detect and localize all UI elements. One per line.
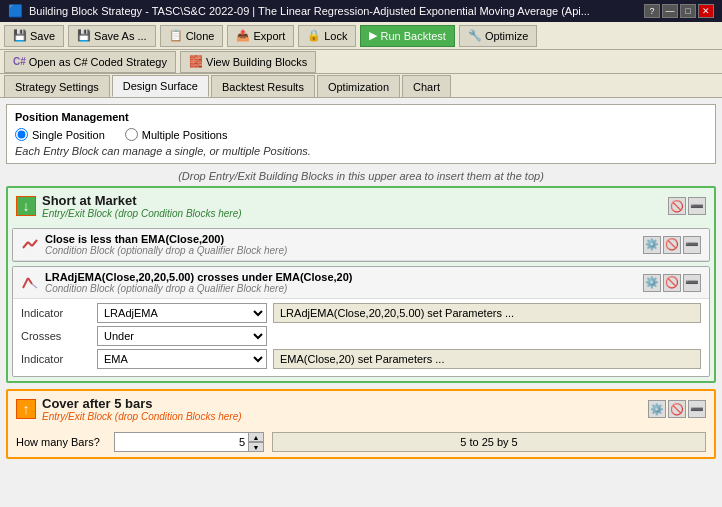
- param-row-crosses: Crosses Under: [21, 326, 701, 346]
- save-as-button[interactable]: 💾 Save As ...: [68, 25, 156, 47]
- short-block-no-btn[interactable]: 🚫: [668, 197, 686, 215]
- view-blocks-button[interactable]: 🧱 View Building Blocks: [180, 51, 316, 73]
- cover-block-minus-btn[interactable]: ➖: [688, 400, 706, 418]
- svg-line-0: [23, 242, 28, 248]
- spinbox-arrows: ▲ ▼: [248, 432, 264, 452]
- tab-strategy-settings[interactable]: Strategy Settings: [4, 75, 110, 97]
- condition-2-icon: [21, 274, 39, 292]
- tabs-bar: Strategy Settings Design Surface Backtes…: [0, 74, 722, 98]
- condition-block-1: Close is less than EMA(Close,200) Condit…: [12, 228, 710, 262]
- export-button[interactable]: 📤 Export: [227, 25, 294, 47]
- clone-button[interactable]: 📋 Clone: [160, 25, 224, 47]
- optimize-button[interactable]: 🔧 Optimize: [459, 25, 537, 47]
- position-radio-group: Single Position Multiple Positions: [15, 128, 707, 141]
- condition-1-icon: [21, 236, 39, 254]
- minimize-btn[interactable]: —: [662, 4, 678, 18]
- secondary-toolbar: C# Open as C# Coded Strategy 🧱 View Buil…: [0, 50, 722, 74]
- condition-2-sub: Condition Block (optionally drop a Quali…: [45, 283, 352, 294]
- condition-1-gear-btn[interactable]: ⚙️: [643, 236, 661, 254]
- condition-1-title: Close is less than EMA(Close,200) Condit…: [21, 233, 287, 256]
- indicator-2-label: Indicator: [21, 353, 91, 365]
- run-icon: ▶: [369, 29, 377, 42]
- condition-2-minus-btn[interactable]: ➖: [683, 274, 701, 292]
- cover-block-title: ↑ Cover after 5 bars Entry/Exit Block (d…: [16, 396, 242, 422]
- range-button[interactable]: 5 to 25 by 5: [272, 432, 706, 452]
- condition-2-no-btn[interactable]: 🚫: [663, 274, 681, 292]
- cover-block-sub: Entry/Exit Block (drop Condition Blocks …: [42, 411, 242, 422]
- single-position-radio[interactable]: Single Position: [15, 128, 105, 141]
- tab-design-surface[interactable]: Design Surface: [112, 75, 209, 97]
- condition-1-sub: Condition Block (optionally drop a Quali…: [45, 245, 287, 256]
- bars-input[interactable]: [114, 432, 264, 452]
- short-block-sub: Entry/Exit Block (drop Condition Blocks …: [42, 208, 242, 219]
- indicator-1-select[interactable]: LRAdjEMA: [97, 303, 267, 323]
- saveas-icon: 💾: [77, 29, 91, 42]
- clone-icon: 📋: [169, 29, 183, 42]
- lock-icon: 🔒: [307, 29, 321, 42]
- condition-2-name: LRAdjEMA(Close,20,20,5.00) crosses under…: [45, 271, 352, 283]
- cover-block-icon: ↑: [16, 399, 36, 419]
- drop-hint: (Drop Entry/Exit Building Blocks in this…: [6, 170, 716, 182]
- condition-2-title: LRAdjEMA(Close,20,20,5.00) crosses under…: [21, 271, 352, 294]
- condition-2-gear-btn[interactable]: ⚙️: [643, 274, 661, 292]
- condition-blocks-area: Close is less than EMA(Close,200) Condit…: [12, 228, 710, 377]
- maximize-btn[interactable]: □: [680, 4, 696, 18]
- run-backtest-button[interactable]: ▶ Run Backtest: [360, 25, 454, 47]
- open-cs-button[interactable]: C# Open as C# Coded Strategy: [4, 51, 176, 73]
- svg-line-5: [32, 284, 37, 288]
- condition-2-params: Indicator LRAdjEMA LRAdjEMA(Close,20,20,…: [13, 299, 709, 376]
- crosses-select[interactable]: Under: [97, 326, 267, 346]
- condition-1-name: Close is less than EMA(Close,200): [45, 233, 287, 245]
- indicator-2-select[interactable]: EMA: [97, 349, 267, 369]
- spinbox-row: How many Bars? ▲ ▼ 5 to 25 by 5: [8, 427, 714, 457]
- condition-1-controls: ⚙️ 🚫 ➖: [643, 236, 701, 254]
- tab-chart[interactable]: Chart: [402, 75, 451, 97]
- cover-after-bars-block: ↑ Cover after 5 bars Entry/Exit Block (d…: [6, 389, 716, 459]
- short-block-name: Short at Market: [42, 193, 242, 208]
- app-icon: 🟦: [8, 4, 23, 18]
- cover-block-header: ↑ Cover after 5 bars Entry/Exit Block (d…: [8, 391, 714, 427]
- position-management-title: Position Management: [15, 111, 707, 123]
- indicator-2-params-btn[interactable]: EMA(Close,20) set Parameters ...: [273, 349, 701, 369]
- cover-block-controls: ⚙️ 🚫 ➖: [648, 400, 706, 418]
- multiple-positions-radio[interactable]: Multiple Positions: [125, 128, 228, 141]
- title-bar: 🟦 Building Block Strategy - TASC\S&C 202…: [0, 0, 722, 22]
- condition-2-controls: ⚙️ 🚫 ➖: [643, 274, 701, 292]
- svg-line-2: [32, 240, 37, 246]
- short-block-title: ↓ Short at Market Entry/Exit Block (drop…: [16, 193, 242, 219]
- indicator-1-params-btn[interactable]: LRAdjEMA(Close,20,20,5.00) set Parameter…: [273, 303, 701, 323]
- position-management-box: Position Management Single Position Mult…: [6, 104, 716, 164]
- param-row-indicator-1: Indicator LRAdjEMA LRAdjEMA(Close,20,20,…: [21, 303, 701, 323]
- optimize-icon: 🔧: [468, 29, 482, 42]
- bars-label: How many Bars?: [16, 436, 106, 448]
- spin-down-btn[interactable]: ▼: [248, 442, 264, 452]
- condition-block-2: LRAdjEMA(Close,20,20,5.00) crosses under…: [12, 266, 710, 377]
- save-icon: 💾: [13, 29, 27, 42]
- short-block-header: ↓ Short at Market Entry/Exit Block (drop…: [8, 188, 714, 224]
- tab-backtest-results[interactable]: Backtest Results: [211, 75, 315, 97]
- design-surface: Position Management Single Position Mult…: [0, 98, 722, 507]
- help-btn[interactable]: ?: [644, 4, 660, 18]
- export-icon: 📤: [236, 29, 250, 42]
- condition-1-no-btn[interactable]: 🚫: [663, 236, 681, 254]
- cover-block-no-btn[interactable]: 🚫: [668, 400, 686, 418]
- cover-block-name: Cover after 5 bars: [42, 396, 242, 411]
- close-btn[interactable]: ✕: [698, 4, 714, 18]
- bars-spinbox-container: ▲ ▼: [114, 432, 264, 452]
- save-button[interactable]: 💾 Save: [4, 25, 64, 47]
- cover-block-gear-btn[interactable]: ⚙️: [648, 400, 666, 418]
- short-block-controls: 🚫 ➖: [668, 197, 706, 215]
- condition-2-header: LRAdjEMA(Close,20,20,5.00) crosses under…: [13, 267, 709, 299]
- svg-line-3: [23, 278, 28, 288]
- spin-up-btn[interactable]: ▲: [248, 432, 264, 442]
- lock-button[interactable]: 🔒 Lock: [298, 25, 356, 47]
- window-controls: ? — □ ✕: [644, 4, 714, 18]
- tab-optimization[interactable]: Optimization: [317, 75, 400, 97]
- short-block-minus-btn[interactable]: ➖: [688, 197, 706, 215]
- svg-line-4: [28, 278, 32, 284]
- condition-1-minus-btn[interactable]: ➖: [683, 236, 701, 254]
- condition-1-header: Close is less than EMA(Close,200) Condit…: [13, 229, 709, 261]
- short-at-market-block: ↓ Short at Market Entry/Exit Block (drop…: [6, 186, 716, 383]
- cs-icon: C#: [13, 56, 26, 67]
- param-row-indicator-2: Indicator EMA EMA(Close,20) set Paramete…: [21, 349, 701, 369]
